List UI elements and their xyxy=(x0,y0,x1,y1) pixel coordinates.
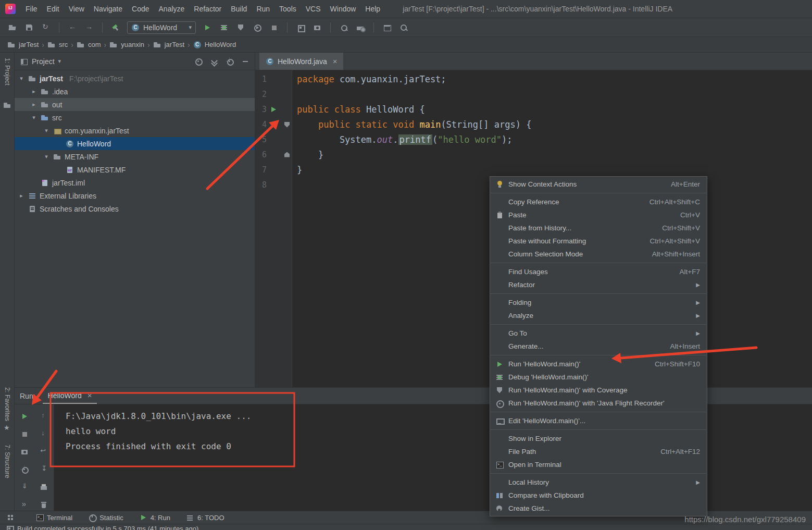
stop-button[interactable] xyxy=(268,21,280,34)
tree-expand-icon[interactable]: ▾ xyxy=(30,114,38,121)
menu-item-open-in-terminal[interactable]: Open in Terminal xyxy=(490,458,707,471)
wrap-button[interactable] xyxy=(38,446,49,457)
printer-button[interactable] xyxy=(38,482,49,493)
stop-button[interactable] xyxy=(19,428,30,439)
menu-item-show-context-actions[interactable]: Show Context ActionsAlt+Enter xyxy=(490,178,707,191)
menu-tools[interactable]: Tools xyxy=(274,5,301,13)
statusbar-tab-terminal[interactable]: Terminal xyxy=(35,513,72,522)
tree-item-meta-inf[interactable]: ▾META-INF xyxy=(15,150,255,163)
toolwindow-switcher-icon[interactable] xyxy=(6,513,15,522)
attach-button[interactable] xyxy=(294,21,307,34)
menu-item-paste-from-history[interactable]: Paste from History...Ctrl+Shift+V xyxy=(490,221,707,235)
menu-item-go-to[interactable]: Go To▶ xyxy=(490,327,707,340)
wrench-button[interactable] xyxy=(338,21,350,34)
menu-item-compare-with-clipboard[interactable]: Compare with Clipboard xyxy=(490,489,707,502)
run-tab-helloword[interactable]: HelloWord × xyxy=(43,388,97,404)
tree-item-scratches-and-consoles[interactable]: Scratches and Consoles xyxy=(15,202,255,215)
breadcrumb-com[interactable]: com xyxy=(77,41,101,49)
locate-file-icon[interactable] xyxy=(194,57,203,66)
tree-expand-icon[interactable]: ▾ xyxy=(43,153,50,160)
statusbar-tab-6-todo[interactable]: 6: TODO xyxy=(186,513,224,522)
run-button[interactable] xyxy=(201,21,214,34)
menu-item-edit-helloword-main[interactable]: Edit 'HelloWord.main()'... xyxy=(490,414,707,427)
tree-collapse-icon[interactable]: ▸ xyxy=(30,101,38,108)
window-button[interactable] xyxy=(381,21,393,34)
menu-item-generate[interactable]: Generate...Alt+Insert xyxy=(490,340,707,353)
tree-collapse-icon[interactable]: ▸ xyxy=(18,192,25,199)
menu-item-refactor[interactable]: Refactor▶ xyxy=(490,278,707,291)
tree-item-out[interactable]: ▸out xyxy=(15,98,255,111)
settings-gear-icon[interactable] xyxy=(226,57,234,66)
structure-button[interactable] xyxy=(354,21,367,34)
breadcrumb-src[interactable]: src xyxy=(47,41,68,49)
breadcrumb-jartest[interactable]: jarTest xyxy=(7,41,39,49)
menu-item-paste-without-formatting[interactable]: Paste without FormattingCtrl+Alt+Shift+V xyxy=(490,235,707,248)
menu-item-run-helloword-main-with-java-flight-recorder[interactable]: Run 'HelloWord.main()' with 'Java Flight… xyxy=(490,397,707,410)
forward-button[interactable] xyxy=(83,21,95,34)
tree-expand-icon[interactable]: ▾ xyxy=(43,127,50,134)
menu-item-run-helloword-main[interactable]: Run 'HelloWord.main()'Ctrl+Shift+F10 xyxy=(490,358,707,371)
down-button[interactable] xyxy=(38,428,49,439)
menu-item-paste[interactable]: PasteCtrl+V xyxy=(490,208,707,221)
coverage-button[interactable] xyxy=(234,21,247,34)
more-button[interactable] xyxy=(19,500,30,511)
menu-view[interactable]: View xyxy=(64,5,89,13)
project-toolwindow-icon[interactable] xyxy=(3,101,11,109)
tool-stripe-project-button[interactable]: 1: Project xyxy=(0,58,15,85)
camera-button[interactable] xyxy=(311,21,323,34)
tab-helloword-java[interactable]: HelloWord.java × xyxy=(259,53,343,70)
menu-item-run-helloword-main-with-coverage[interactable]: Run 'HelloWord.main()' with Coverage xyxy=(490,384,707,397)
tree-expand-icon[interactable]: ▾ xyxy=(18,75,25,82)
project-dropdown-icon[interactable]: ▾ xyxy=(58,58,61,65)
breadcrumb-helloword[interactable]: HelloWord xyxy=(193,41,236,49)
menu-run[interactable]: Run xyxy=(252,5,274,13)
menu-item-folding[interactable]: Folding▶ xyxy=(490,296,707,309)
debug-button[interactable] xyxy=(218,21,230,34)
menu-item-analyze[interactable]: Analyze▶ xyxy=(490,309,707,322)
menu-item-show-in-explorer[interactable]: Show in Explorer xyxy=(490,432,707,445)
tree-item-manifest-mf[interactable]: MANIFEST.MF xyxy=(15,163,255,176)
menu-item-find-usages[interactable]: Find UsagesAlt+F7 xyxy=(490,265,707,278)
run-config-select[interactable]: HelloWord ▾ xyxy=(127,21,196,34)
menu-item-debug-helloword-main[interactable]: Debug 'HelloWord.main()' xyxy=(490,371,707,384)
tool-stripe-structure-button[interactable]: 7: Structure xyxy=(0,445,15,478)
menu-item-copy-reference[interactable]: Copy ReferenceCtrl+Alt+Shift+C xyxy=(490,195,707,208)
back-button[interactable] xyxy=(66,21,79,34)
search-button[interactable] xyxy=(397,21,410,34)
project-panel-title[interactable]: Project xyxy=(32,57,55,66)
camera-button[interactable] xyxy=(19,446,30,457)
tree-item-src[interactable]: ▾src xyxy=(15,111,255,124)
tree-item-helloword[interactable]: HelloWord xyxy=(15,137,255,150)
menu-edit[interactable]: Edit xyxy=(42,5,64,13)
menu-build[interactable]: Build xyxy=(226,5,252,13)
hide-panel-icon[interactable] xyxy=(241,57,249,66)
tree-item-com-yuanxin-jartest[interactable]: ▾com.yuanxin.jarTest xyxy=(15,124,255,137)
tree-collapse-icon[interactable]: ▸ xyxy=(30,88,38,95)
profiler-button[interactable] xyxy=(251,21,264,34)
import-button[interactable] xyxy=(19,482,30,493)
tree-item-jartest[interactable]: ▾jarTestF:\project\jarTest xyxy=(15,72,255,85)
breadcrumb-yuanxin[interactable]: yuanxin xyxy=(109,41,144,49)
menu-code[interactable]: Code xyxy=(127,5,154,13)
up-button[interactable] xyxy=(38,411,49,422)
menu-item-local-history[interactable]: Local History▶ xyxy=(490,476,707,489)
run-line-icon[interactable] xyxy=(267,105,280,114)
statusbar-tab-statistic[interactable]: Statistic xyxy=(88,513,123,522)
menu-item-create-gist[interactable]: Create Gist... xyxy=(490,502,707,515)
menu-file[interactable]: File xyxy=(21,5,42,13)
statusbar-tab-4-run[interactable]: 4: Run xyxy=(139,513,170,522)
menu-vcs[interactable]: VCS xyxy=(301,5,326,13)
menu-item-file-path[interactable]: File PathCtrl+Alt+F12 xyxy=(490,445,707,458)
menu-navigate[interactable]: Navigate xyxy=(89,5,127,13)
menu-item-column-selection-mode[interactable]: Column Selection ModeAlt+Shift+Insert xyxy=(490,248,707,261)
tree-item-idea[interactable]: ▸.idea xyxy=(15,85,255,98)
breadcrumb-jartest[interactable]: jarTest xyxy=(153,41,184,49)
close-icon[interactable]: × xyxy=(88,391,92,400)
menu-help[interactable]: Help xyxy=(360,5,385,13)
trash-button[interactable] xyxy=(38,500,49,511)
queue-button[interactable] xyxy=(38,464,49,475)
run-line-icon[interactable] xyxy=(267,120,280,129)
rerun-button[interactable] xyxy=(19,411,30,422)
open-button[interactable] xyxy=(6,21,19,34)
tree-item-external-libraries[interactable]: ▸External Libraries xyxy=(15,189,255,202)
